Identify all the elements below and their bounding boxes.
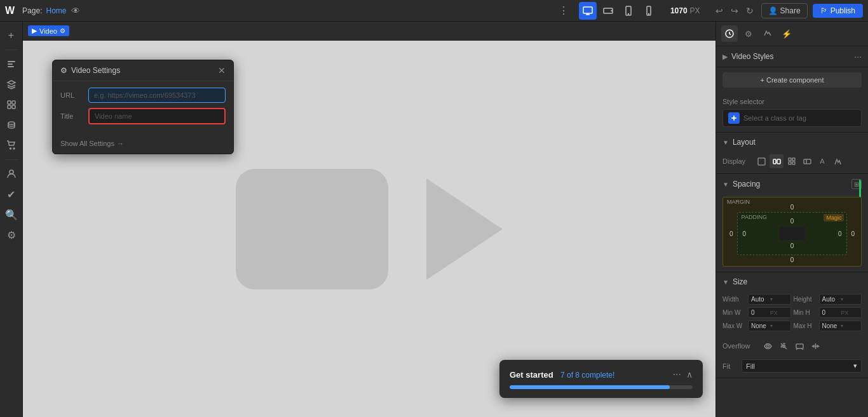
style-selector-text-input[interactable]	[743, 114, 856, 122]
height-value: Auto	[822, 296, 840, 303]
more-options-icon[interactable]: ⋮	[559, 4, 569, 17]
show-all-settings-button[interactable]: Show All Settings →	[60, 140, 124, 147]
display-row: Display A	[716, 152, 868, 173]
video-icon-small: ▶	[32, 27, 37, 35]
search-icon[interactable]: 🔍	[3, 206, 20, 223]
min-w-input[interactable]: 0 PX	[748, 307, 791, 318]
overflow-auto-button[interactable]	[808, 339, 822, 353]
title-input[interactable]	[88, 108, 226, 124]
height-input[interactable]: Auto ▾	[819, 294, 862, 305]
undo-button[interactable]: ↩	[713, 4, 726, 17]
overflow-scroll-x-button[interactable]	[792, 339, 806, 353]
size-section-title: Size	[733, 277, 862, 286]
svg-rect-31	[796, 344, 803, 348]
fit-value: Fill	[746, 362, 755, 370]
layers-icon[interactable]	[3, 76, 20, 93]
undo-redo-group: ↩ ↪ ↻	[713, 4, 756, 17]
vsm-close-button[interactable]: ✕	[218, 65, 226, 76]
margin-bottom-value[interactable]: 0	[729, 256, 855, 263]
layout-collapse-arrow: ▼	[722, 139, 729, 146]
overflow-visible-button[interactable]	[761, 339, 775, 353]
rs-tab-styles[interactable]	[721, 25, 738, 42]
size-section-header[interactable]: ▼ Size	[716, 272, 868, 291]
padding-left-value[interactable]: 0	[743, 230, 747, 237]
desktop-view-button[interactable]	[579, 2, 597, 20]
video-settings-modal: ⚙ Video Settings ✕ URL Title Show All Se…	[52, 60, 234, 154]
magic-button[interactable]: Magic	[824, 214, 844, 222]
style-selector-icon-button[interactable]	[728, 112, 740, 124]
style-selector-input[interactable]	[722, 109, 862, 127]
display-grid-button[interactable]	[785, 154, 799, 168]
publish-button[interactable]: 🏳 Publish	[813, 4, 863, 18]
video-block-tag[interactable]: ▶ Video ⚙	[28, 25, 69, 36]
max-h-value: None	[822, 322, 840, 329]
max-w-input[interactable]: None ▾	[748, 321, 791, 331]
fit-row: Fit Fill ▾	[716, 357, 868, 378]
gs-title-group: Get started 7 of 8 complete!	[510, 370, 614, 380]
page-name[interactable]: Home	[46, 6, 66, 15]
cms-icon[interactable]	[3, 116, 20, 134]
add-element-button[interactable]: +	[3, 27, 20, 44]
tablet-landscape-button[interactable]	[599, 2, 617, 20]
max-w-field: Max W None ▾	[722, 321, 791, 331]
min-h-field: Min H 0 PX	[794, 307, 862, 318]
max-w-arrow-icon[interactable]: ▾	[770, 323, 788, 329]
min-h-value: 0	[822, 309, 840, 316]
component-more-button[interactable]: ···	[854, 51, 862, 62]
url-input[interactable]	[88, 88, 226, 103]
margin-right-value[interactable]: 0	[851, 230, 855, 237]
display-text-button[interactable]: A	[815, 154, 829, 168]
min-h-input[interactable]: 0 PX	[819, 307, 862, 318]
svg-point-29	[766, 345, 769, 347]
display-inline-button[interactable]	[800, 154, 814, 168]
forms-icon[interactable]: ✔	[3, 185, 20, 203]
margin-left-value[interactable]: 0	[729, 230, 733, 237]
gs-progress-bar-container	[510, 385, 693, 389]
width-arrow-icon[interactable]: ▾	[770, 296, 788, 302]
assets-icon[interactable]	[3, 96, 20, 114]
rs-style-selector: Style selector	[716, 93, 868, 133]
redo-button[interactable]: ↪	[728, 4, 741, 17]
rs-tab-settings[interactable]: ⚙	[740, 25, 757, 42]
users-icon[interactable]	[3, 165, 20, 183]
gs-close-button[interactable]: ∧	[686, 369, 693, 380]
gs-actions: ··· ∧	[673, 369, 693, 380]
width-field: Width Auto ▾	[722, 294, 791, 305]
padding-bottom-value[interactable]: 0	[743, 242, 842, 249]
max-h-arrow-icon[interactable]: ▾	[841, 323, 858, 329]
size-section: ▼ Size Width Auto ▾ Height Auto ▾	[716, 272, 868, 378]
svg-rect-8	[8, 63, 13, 65]
mobile-button[interactable]	[640, 2, 658, 20]
ecommerce-icon[interactable]	[3, 136, 20, 154]
rs-tab-custom-code[interactable]: ⚡	[778, 25, 795, 42]
max-h-input[interactable]: None ▾	[819, 321, 862, 331]
spacing-action-button[interactable]: ⊞	[851, 179, 862, 189]
width-input[interactable]: Auto ▾	[748, 294, 791, 305]
eye-icon[interactable]: 👁	[71, 6, 80, 16]
navigator-icon[interactable]	[3, 55, 20, 73]
video-tag-label: Video	[39, 27, 57, 35]
svg-point-6	[648, 13, 649, 14]
display-custom-button[interactable]	[831, 154, 844, 168]
display-block-button[interactable]	[754, 154, 768, 168]
refresh-button[interactable]: ↻	[743, 4, 756, 17]
rs-tab-interactions[interactable]	[759, 25, 776, 42]
vsm-header: ⚙ Video Settings ✕	[53, 60, 233, 81]
padding-right-value[interactable]: 0	[838, 230, 842, 237]
display-flex-button[interactable]	[770, 154, 783, 168]
gs-more-button[interactable]: ···	[673, 369, 681, 380]
svg-rect-19	[733, 116, 735, 121]
spacing-section: ▼ Spacing ⊞ MARGIN 0 0 PADDING	[716, 174, 868, 272]
component-title: Video Styles	[731, 52, 850, 61]
tablet-portrait-button[interactable]	[620, 2, 637, 20]
video-settings-gear-icon[interactable]: ⚙	[60, 27, 65, 34]
fit-select[interactable]: Fill ▾	[742, 359, 862, 373]
share-button[interactable]: 👤 Share	[761, 3, 808, 18]
layout-section-header[interactable]: ▼ Layout	[716, 133, 868, 152]
spacing-section-header[interactable]: ▼ Spacing ⊞	[716, 174, 868, 194]
settings-icon[interactable]: ⚙	[3, 226, 20, 244]
height-arrow-icon[interactable]: ▾	[841, 296, 858, 302]
create-component-button[interactable]: + Create component	[722, 72, 862, 88]
spacing-collapse-arrow: ▼	[722, 181, 729, 188]
overflow-hidden-button[interactable]	[776, 339, 790, 353]
